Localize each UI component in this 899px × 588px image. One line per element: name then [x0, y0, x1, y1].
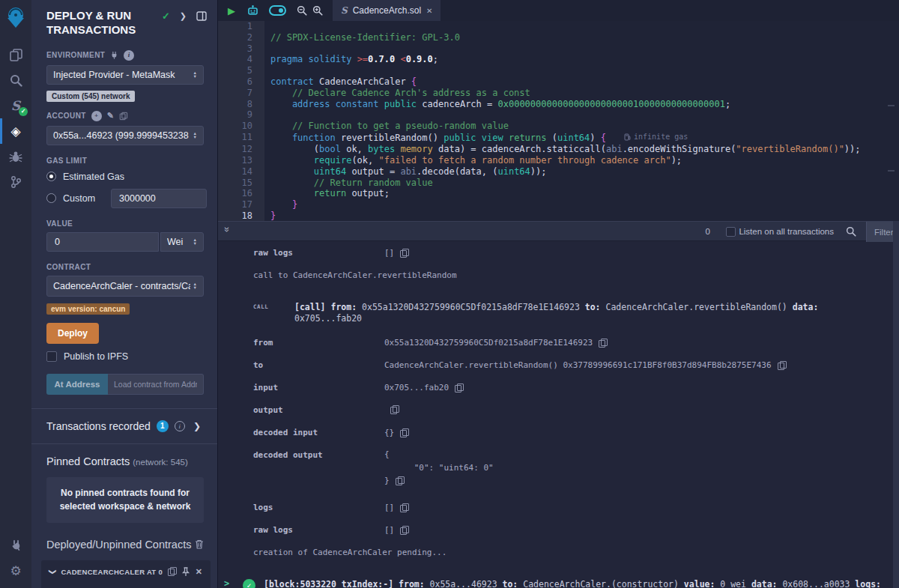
custom-gas-input[interactable] [111, 189, 207, 208]
deploy-button[interactable]: Deploy [46, 323, 99, 344]
at-address-input[interactable] [108, 374, 204, 395]
terminal-prompt[interactable]: > [224, 578, 229, 588]
line-number: 15 [218, 178, 264, 189]
solidity-compiler-icon[interactable]: S ✓ [0, 93, 31, 118]
code-line[interactable]: 14 uint64 output = abi.decode(data, (uin… [218, 166, 899, 178]
estimated-gas-radio[interactable] [46, 172, 56, 181]
copy-icon[interactable] [400, 428, 408, 437]
copy-icon[interactable] [599, 339, 607, 348]
code-line[interactable]: 12 (bool ok, bytes memory data) = cadenc… [218, 144, 899, 155]
search-icon[interactable] [0, 67, 31, 93]
code-line[interactable]: 5 [218, 65, 899, 76]
code-line[interactable]: 9 [218, 109, 899, 121]
collapse-contract-icon[interactable]: ❯ [49, 569, 57, 575]
copy-icon[interactable] [400, 503, 408, 512]
git-icon[interactable] [0, 169, 31, 195]
zoom-in-icon[interactable] [312, 5, 323, 16]
transactions-info-icon[interactable]: i [175, 421, 185, 431]
remove-contract-icon[interactable]: ✕ [196, 567, 202, 577]
environment-select[interactable]: Injected Provider - MetaMask ▲▼ [46, 65, 204, 85]
code-line[interactable]: 15 // Return random value [218, 178, 899, 189]
zoom-out-icon[interactable] [297, 5, 307, 16]
chevron-right-icon[interactable]: ❯ [180, 11, 187, 21]
contract-select[interactable]: CadenceArchCaler - contracts/Cac ▲▼ [46, 276, 204, 297]
copilot-toggle[interactable] [269, 5, 286, 16]
plugin-manager-icon[interactable] [0, 533, 31, 558]
estimated-gas-label: Estimated Gas [63, 172, 124, 182]
code-line[interactable]: 17 } [218, 199, 899, 210]
value-unit-select[interactable]: Wei ▲▼ [160, 232, 204, 252]
environment-info-icon[interactable]: i [124, 50, 134, 61]
custom-gas-radio[interactable] [46, 193, 56, 203]
success-check-icon: ✓ [243, 579, 255, 588]
row-value: 0x705...fab20 [384, 383, 463, 392]
solidity-file-icon: S [341, 5, 348, 16]
terminal-call-summary[interactable]: call[call] from: 0x55a1320D432759960C5Df… [253, 302, 884, 324]
code-line[interactable]: 13 require(ok, "failed to fetch a random… [218, 155, 899, 166]
line-number: 12 [218, 144, 264, 155]
select-arrows-icon: ▲▼ [193, 282, 197, 289]
code-text [264, 21, 270, 32]
row-value: {} [384, 428, 408, 437]
code-line[interactable]: 1 [218, 21, 899, 32]
at-address-button[interactable]: At Address [46, 374, 108, 395]
listen-all-checkbox[interactable] [726, 227, 736, 237]
code-line[interactable]: 3 [218, 43, 899, 55]
run-script-icon[interactable]: ▶ [228, 5, 235, 16]
copy-account-icon[interactable] [120, 112, 127, 119]
row-key: decoded input [253, 428, 384, 437]
copy-icon[interactable] [390, 405, 399, 414]
code-line[interactable]: 10 // Function to get a pseudo-random va… [218, 121, 899, 132]
divider [31, 443, 217, 444]
select-arrows-icon: ▲▼ [193, 71, 197, 78]
gas-estimate-annotation: infinite gas [624, 132, 688, 143]
trash-icon[interactable] [195, 539, 204, 549]
row-value: [] [384, 525, 408, 535]
ai-assistant-icon[interactable] [246, 4, 259, 16]
code-line[interactable]: 7 // Declare Cadence Arch's address as a… [218, 88, 899, 99]
code-line[interactable]: 8 address constant public cadenceArch = … [218, 99, 899, 110]
terminal-block-summary[interactable]: ✓[block:5033220 txIndex:-] from: 0x55a..… [243, 579, 884, 588]
code-text [264, 43, 270, 55]
pin-panel-icon[interactable] [196, 11, 207, 21]
line-number: 5 [218, 65, 264, 76]
value-input[interactable] [46, 232, 159, 252]
code-line[interactable]: 2// SPDX-License-Identifier: GPL-3.0 [218, 32, 899, 43]
terminal-scrollbar[interactable] [893, 221, 899, 588]
terminal-search-icon[interactable] [846, 226, 856, 240]
code-line[interactable]: 11 function revertibleRandom() public vi… [218, 132, 899, 144]
code-line[interactable]: 4pragma solidity >=0.7.0 <0.9.0; [218, 54, 899, 65]
copy-icon[interactable] [400, 249, 408, 258]
close-tab-icon[interactable]: ✕ [426, 7, 432, 15]
tab-cadencearch-sol[interactable]: S CadenceArch.sol ✕ [333, 0, 441, 21]
copy-icon[interactable] [778, 361, 786, 370]
copy-icon[interactable] [400, 526, 408, 535]
row-value: { "0": "uint64: 0"} [384, 450, 494, 490]
terminal-collapse-icon[interactable]: « [220, 228, 231, 232]
account-select[interactable]: 0x55a...46923 (999.9999453238 ▲▼ [46, 126, 204, 145]
pin-contract-icon[interactable] [181, 567, 190, 577]
copy-icon[interactable] [455, 384, 463, 392]
code-text: pragma solidity >=0.7.0 <0.9.0; [264, 54, 438, 65]
terminal-kv-row: decoded output{ "0": "uint64: 0"} [253, 450, 884, 490]
settings-icon[interactable]: ⚙ [0, 558, 31, 584]
add-account-icon[interactable]: + [91, 111, 102, 121]
code-line[interactable]: 16 return output; [218, 188, 899, 199]
tab-label: CadenceArch.sol [353, 5, 421, 16]
plug-icon[interactable] [110, 51, 118, 59]
transactions-expand-icon[interactable]: ❯ [193, 421, 201, 431]
file-explorer-icon[interactable] [0, 42, 31, 67]
edit-account-icon[interactable]: ✎ [107, 111, 115, 121]
deploy-run-icon[interactable]: ◈ [0, 118, 31, 144]
debugger-icon[interactable] [0, 144, 31, 169]
publish-ipfs-checkbox[interactable] [46, 351, 57, 362]
code-line[interactable]: 18} [218, 210, 899, 221]
code-line[interactable]: 6contract CadenceArchCaler { [218, 76, 899, 88]
custom-gas-label: Custom [63, 193, 95, 204]
line-number: 11 [218, 132, 264, 144]
copy-address-icon[interactable] [168, 567, 176, 576]
code-text: } [264, 199, 297, 210]
row-key: from [253, 338, 384, 348]
terminal-kv-row: output [253, 405, 884, 415]
copy-icon[interactable] [396, 476, 404, 485]
